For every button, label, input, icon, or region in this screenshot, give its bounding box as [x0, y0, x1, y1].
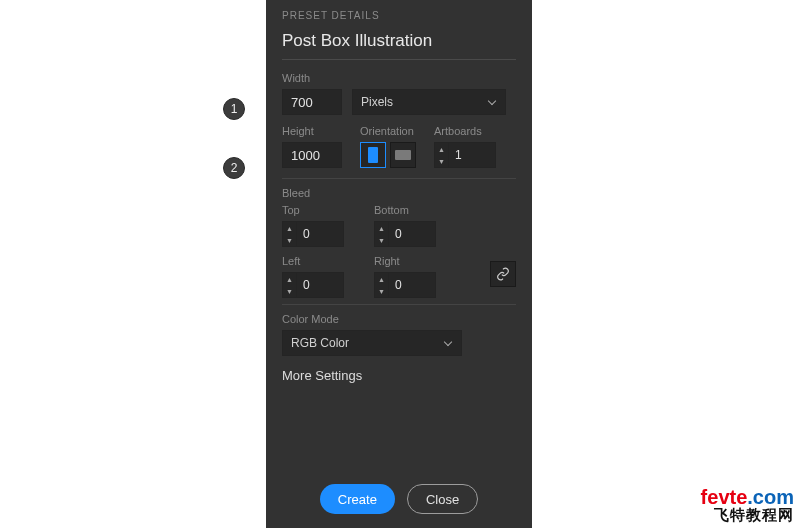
- bleed-bottom-input[interactable]: [388, 221, 436, 247]
- preset-details-panel: PRESET DETAILS Width Pixels Height Orien…: [266, 0, 532, 528]
- callout-2: 2: [223, 157, 245, 179]
- more-settings-link[interactable]: More Settings: [282, 368, 516, 383]
- watermark-brand-1: fevte: [701, 486, 748, 508]
- portrait-icon: [368, 147, 378, 163]
- chevron-up-icon[interactable]: ▲: [375, 222, 388, 234]
- bleed-right-spinner[interactable]: ▲ ▼: [374, 272, 388, 298]
- close-button[interactable]: Close: [407, 484, 478, 514]
- orientation-label: Orientation: [360, 125, 416, 137]
- watermark-brand-2: .com: [747, 486, 794, 508]
- link-icon: [496, 267, 510, 281]
- chevron-up-icon[interactable]: ▲: [283, 222, 296, 234]
- watermark-subtitle: 飞特教程网: [701, 507, 794, 522]
- preset-details-header: PRESET DETAILS: [282, 10, 516, 21]
- chevron-up-icon[interactable]: ▲: [375, 273, 388, 285]
- units-dropdown[interactable]: Pixels: [352, 89, 506, 115]
- bleed-top-spinner[interactable]: ▲ ▼: [282, 221, 296, 247]
- chevron-down-icon: [443, 338, 453, 348]
- artboards-label: Artboards: [434, 125, 496, 137]
- bleed-left-input[interactable]: [296, 272, 344, 298]
- bleed-right-input[interactable]: [388, 272, 436, 298]
- orientation-portrait-button[interactable]: [360, 142, 386, 168]
- callout-1: 1: [223, 98, 245, 120]
- bleed-bottom-label: Bottom: [374, 204, 436, 216]
- bleed-top-label: Top: [282, 204, 344, 216]
- bleed-bottom-spinner[interactable]: ▲ ▼: [374, 221, 388, 247]
- artboards-spinner-buttons[interactable]: ▲ ▼: [434, 142, 448, 168]
- create-button[interactable]: Create: [320, 484, 395, 514]
- height-label: Height: [282, 125, 342, 137]
- height-input[interactable]: [282, 142, 342, 168]
- color-mode-dropdown[interactable]: RGB Color: [282, 330, 462, 356]
- bleed-top-input[interactable]: [296, 221, 344, 247]
- color-mode-label: Color Mode: [282, 313, 516, 325]
- chevron-down-icon: [487, 97, 497, 107]
- chevron-up-icon[interactable]: ▲: [283, 273, 296, 285]
- width-input[interactable]: [282, 89, 342, 115]
- chevron-down-icon[interactable]: ▼: [375, 285, 388, 297]
- link-bleed-button[interactable]: [490, 261, 516, 287]
- color-mode-selected: RGB Color: [291, 336, 349, 350]
- chevron-down-icon[interactable]: ▼: [283, 234, 296, 246]
- document-title-input[interactable]: [282, 27, 516, 60]
- artboards-input[interactable]: [448, 142, 496, 168]
- bleed-label: Bleed: [282, 187, 516, 199]
- landscape-icon: [395, 150, 411, 160]
- divider: [282, 178, 516, 179]
- chevron-up-icon[interactable]: ▲: [435, 143, 448, 155]
- units-selected: Pixels: [361, 95, 393, 109]
- divider: [282, 304, 516, 305]
- chevron-down-icon[interactable]: ▼: [435, 155, 448, 167]
- watermark: fevte.com 飞特教程网: [701, 487, 794, 522]
- orientation-landscape-button[interactable]: [390, 142, 416, 168]
- width-label: Width: [282, 72, 516, 84]
- bleed-left-label: Left: [282, 255, 344, 267]
- chevron-down-icon[interactable]: ▼: [375, 234, 388, 246]
- bleed-right-label: Right: [374, 255, 436, 267]
- bleed-left-spinner[interactable]: ▲ ▼: [282, 272, 296, 298]
- chevron-down-icon[interactable]: ▼: [283, 285, 296, 297]
